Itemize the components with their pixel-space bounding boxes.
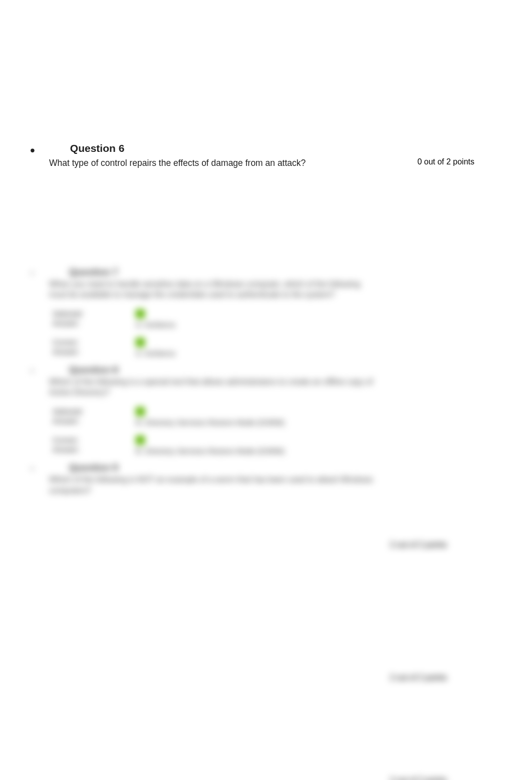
question-8: • Question 8 2 out of 2 points Which of … [28,362,504,455]
question-9-score: 2 out of 2 points [390,776,447,780]
selected-answer-label: Selected Answer: [53,407,103,426]
question-7-title: Question 7 [69,265,118,278]
question-9-text: Which of the following is NOT an example… [28,474,418,496]
correct-check-icon [136,338,145,347]
selected-answer-value: A. Kerberos [136,320,175,329]
question-6: • Question 6 0 out of 2 points What type… [28,140,504,169]
correct-answer-value: B. Directory Services Restore Mode (DSRM… [136,447,285,455]
question-6-header: • Question 6 [28,140,504,157]
correct-check-icon [136,436,145,445]
question-9-header: • Question 9 [28,460,504,474]
question-6-score: 0 out of 2 points [417,157,474,166]
bullet-dot-icon: • [28,460,69,474]
question-7-correct-answer: Correct Answer: A. Kerberos [28,338,504,357]
correct-answer-label: Correct Answer: [53,338,103,357]
question-7-text: When you need to handle sensitive data o… [28,279,418,300]
selected-answer-value: B. Directory Services Restore Mode (DSRM… [136,418,285,427]
correct-check-icon [136,309,145,318]
selected-answer-label: Selected Answer: [53,309,103,328]
question-7-selected-answer: Selected Answer: A. Kerberos [28,309,504,329]
correct-answer-value: A. Kerberos [136,349,175,357]
question-9-title: Question 9 [69,460,118,473]
correct-answer-label: Correct Answer: [53,436,103,455]
question-8-score: 2 out of 2 points [390,673,447,682]
blurred-content: • Question 7 2 out of 2 points When you … [28,265,504,496]
bullet-dot-icon: • [28,265,69,279]
question-8-header: • Question 8 [28,362,504,376]
correct-check-icon [136,407,145,416]
question-8-text: Which of the following is a special tool… [28,376,418,398]
question-8-correct-answer: Correct Answer: B. Directory Services Re… [28,436,504,455]
question-7-score: 2 out of 2 points [390,540,447,549]
bullet-dot-icon: • [28,140,70,157]
question-7: • Question 7 2 out of 2 points When you … [28,265,504,357]
question-8-title: Question 8 [69,362,118,375]
question-6-text: What type of control repairs the effects… [28,157,418,169]
question-7-header: • Question 7 [28,265,504,279]
question-6-title: Question 6 [70,140,125,154]
question-8-selected-answer: Selected Answer: B. Directory Services R… [28,407,504,427]
bullet-dot-icon: • [28,362,69,376]
question-9: • Question 9 2 out of 2 points Which of … [28,460,504,496]
